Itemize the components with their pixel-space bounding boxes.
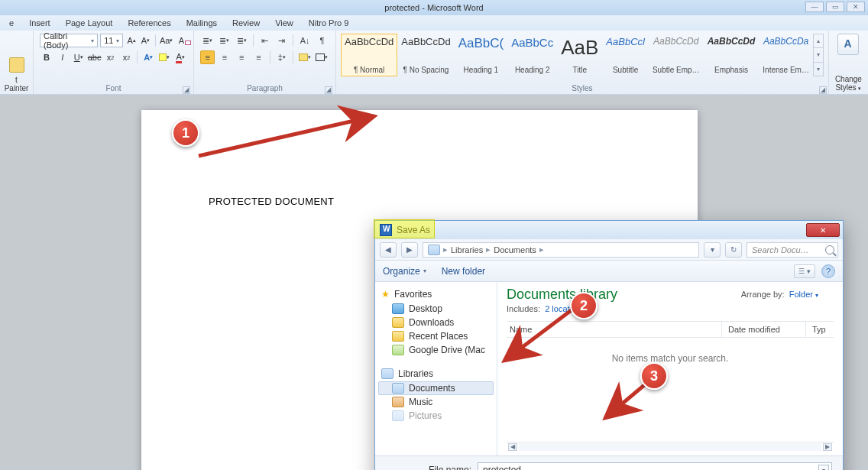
nav-back-button[interactable]: ◀ [380,242,397,258]
tab-nitro[interactable]: Nitro Pro 9 [301,15,357,31]
file-name-dropdown[interactable]: ▾ [818,465,829,470]
strikethrough-button[interactable]: abc [88,50,102,64]
style-name-label: Emphasis [714,66,748,74]
tab-mailings[interactable]: Mailings [179,15,225,31]
window-minimize-button[interactable]: — [805,2,824,12]
search-icon [825,245,834,254]
crumb-dropdown-button[interactable]: ▾ [704,242,721,258]
text-effects-button[interactable]: A▾ [141,50,155,64]
line-spacing-button[interactable]: ‡▾ [274,50,289,64]
subscript-button[interactable]: x2 [104,50,118,64]
number-list-button[interactable]: ≣▾ [217,34,232,47]
crumb-libraries[interactable]: Libraries [451,245,483,254]
style-item-subtitle[interactable]: AaBbCclSubtitle [602,34,649,76]
paragraph-dialog-launcher[interactable]: ◢ [325,86,332,94]
sidebar-item-recent[interactable]: Recent Places [378,329,494,343]
search-placeholder: Search Docu… [752,245,809,254]
justify-button[interactable]: ≡ [251,50,266,64]
show-marks-button[interactable]: ¶ [315,34,329,47]
libraries-icon [381,368,394,379]
increase-indent-button[interactable]: ⇥ [274,34,289,47]
arrange-by-link[interactable]: Folder ▾ [789,290,818,299]
tab-home[interactable]: e [2,15,21,31]
view-options-button[interactable]: ☰ ▾ [794,264,815,278]
style-item-emphasis[interactable]: AaBbCcDdEmphasis [704,34,760,76]
style-item-heading2[interactable]: AaBbCcHeading 2 [507,34,557,76]
style-item-subtleemp[interactable]: AaBbCcDdSubtle Emp… [649,34,704,76]
tab-review[interactable]: Review [225,15,267,31]
column-name[interactable]: Name [507,322,722,337]
dialog-close-button[interactable]: ✕ [806,223,840,237]
scroll-right-button[interactable]: ▶ [823,443,832,451]
style-preview: AaB [561,36,598,60]
tab-pagelayout[interactable]: Page Layout [58,15,121,31]
change-case-button[interactable]: Aa▾ [160,34,173,47]
column-date[interactable]: Date modified [722,322,806,337]
tab-view[interactable]: View [267,15,301,31]
window-close-button[interactable]: ✕ [847,2,865,12]
styles-dialog-launcher[interactable]: ◢ [819,86,827,94]
style-item-nospacing[interactable]: AaBbCcDd¶ No Spacing [397,34,454,76]
change-styles-icon[interactable] [837,34,859,55]
column-type[interactable]: Typ [806,322,834,337]
style-item-heading1[interactable]: AaBbC(Heading 1 [455,34,508,76]
font-dialog-launcher[interactable]: ◢ [183,86,190,94]
decrease-indent-button[interactable]: ⇤ [257,34,272,47]
help-button[interactable]: ? [821,264,835,278]
new-folder-button[interactable]: New folder [442,266,485,277]
file-name-field[interactable]: protected▾ [478,462,832,470]
shrink-font-button[interactable]: A▾ [140,34,151,47]
sidebar-item-music[interactable]: Music [378,395,494,409]
crumb-documents[interactable]: Documents [494,245,536,254]
superscript-button[interactable]: x2 [120,50,134,64]
sidebar-favorites-header[interactable]: ★Favorites [378,287,494,302]
italic-button[interactable]: I [56,50,70,64]
horizontal-scrollbar[interactable]: ◀ ▶ [507,442,834,451]
sidebar-item-gdrive[interactable]: Google Drive (Mac [378,343,494,357]
style-item-normal[interactable]: AaBbCcDd¶ Normal [341,34,397,76]
styles-scroll-up[interactable]: ▴ [814,34,823,48]
multilevel-list-button[interactable]: ≣▾ [235,34,249,47]
sort-button[interactable]: A↓ [297,34,312,47]
dialog-titlebar[interactable]: Save As ✕ [375,221,843,239]
styles-scroll[interactable]: ▴▾▾ [813,34,824,76]
style-preview: AaBbCcDd [401,36,450,47]
style-item-title[interactable]: AaBTitle [557,34,602,76]
refresh-button[interactable]: ↻ [725,242,742,258]
ribbon: t Painter Calibri (Body) 11 A▴ A▾ Aa▾ A … [0,31,868,95]
tab-references[interactable]: References [120,15,178,31]
style-name-label: Heading 1 [464,66,499,74]
bold-button[interactable]: B [40,50,53,64]
tab-insert[interactable]: Insert [21,15,58,31]
align-left-button[interactable]: ≡ [200,50,215,64]
clear-formatting-button[interactable]: A [176,34,187,47]
styles-expand[interactable]: ▾ [814,63,823,76]
align-center-button[interactable]: ≡ [217,50,232,64]
sidebar-item-downloads[interactable]: Downloads [378,316,494,329]
sidebar-item-desktop[interactable]: Desktop [378,302,494,316]
shading-button[interactable]: ▾ [297,50,312,64]
borders-button[interactable]: ▾ [315,50,329,64]
star-icon: ★ [381,289,390,300]
breadcrumb[interactable]: ▸ Libraries ▸ Documents ▸ [423,242,699,258]
highlight-button[interactable]: ▾ [157,50,171,64]
nav-forward-button[interactable]: ▶ [401,242,418,258]
bullet-list-button[interactable]: ≣▾ [200,34,215,47]
sidebar-item-pictures[interactable]: Pictures [378,409,494,423]
sidebar-libraries-header[interactable]: Libraries [378,366,494,381]
font-name-combo[interactable]: Calibri (Body) [40,34,98,47]
search-input[interactable]: Search Docu… [747,242,838,258]
organize-button[interactable]: Organize ▾ [383,266,426,277]
style-item-intenseemp[interactable]: AaBbCcDaIntense Em… [759,34,813,76]
font-size-combo[interactable]: 11 [100,34,123,47]
font-color-button[interactable]: A▾ [173,50,187,64]
window-restore-button[interactable]: ▭ [826,2,844,12]
sidebar-item-documents[interactable]: Documents [378,381,494,395]
underline-button[interactable]: U▾ [72,50,86,64]
styles-scroll-down[interactable]: ▾ [814,48,823,62]
align-right-button[interactable]: ≡ [235,50,249,64]
scroll-left-button[interactable]: ◀ [508,443,517,451]
style-preview: AaBbCcl [606,36,645,47]
grow-font-button[interactable]: A▴ [125,34,137,47]
format-painter-icon[interactable] [9,57,24,73]
